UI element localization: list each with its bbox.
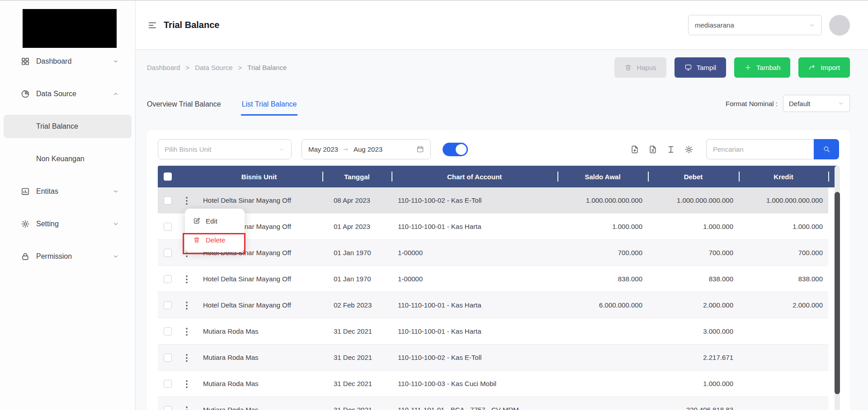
row-menu-button[interactable]: ⋮: [182, 196, 191, 205]
select-all-cell: [158, 166, 178, 187]
row-menu-button[interactable]: ⋮: [182, 275, 191, 284]
cell-saldo-awal: 1.000.000.000.000: [557, 196, 648, 204]
tampil-button-label: Tampil: [697, 64, 716, 71]
cell-debet: 2.000.000: [648, 301, 739, 309]
tampil-button[interactable]: Tampil: [675, 57, 726, 78]
search-button[interactable]: [814, 139, 839, 159]
cell-bisnis-unit: Mutiara Roda Mas: [196, 380, 322, 387]
tambah-button-label: Tambah: [756, 64, 780, 71]
row-checkbox[interactable]: [164, 301, 172, 309]
cell-kredit: 1.000.000: [739, 223, 828, 230]
sidebar-toggle-icon[interactable]: [147, 20, 157, 30]
table-settings-icon[interactable]: [684, 145, 693, 154]
table-row: ⋮Hotel Delta Sinar Mayang Off01 Apr 2023…: [158, 214, 828, 240]
cell-tanggal: 02 Feb 2023: [322, 301, 392, 309]
row-checkbox-cell: [158, 354, 178, 362]
cell-chart-of-account: 110-110-100-01 - Kas Harta: [392, 223, 557, 230]
import-icon: [808, 64, 816, 71]
sidebar-item-setting[interactable]: Setting: [4, 212, 132, 236]
sidebar-item-data-source[interactable]: Data Source: [4, 82, 132, 106]
export-pdf-icon[interactable]: [630, 145, 639, 154]
table-tools: [630, 145, 693, 154]
row-checkbox[interactable]: [164, 406, 172, 410]
context-menu-item-delete[interactable]: Delete: [185, 230, 245, 249]
avatar[interactable]: [829, 15, 850, 36]
row-menu-button[interactable]: ⋮: [182, 301, 191, 310]
table-body: ⋮Hotel Delta Sinar Mayang Off08 Apr 2023…: [158, 187, 839, 410]
row-menu-button[interactable]: ⋮: [182, 353, 191, 362]
chevron-down-icon: [113, 221, 119, 227]
header-menu-spacer: [178, 166, 196, 187]
tambah-button[interactable]: Tambah: [734, 57, 790, 78]
cell-chart-of-account: 1-00000: [392, 249, 557, 256]
table-row: ⋮Mutiara Roda Mas31 Dec 2021110-110-100-…: [158, 318, 828, 345]
cell-debet: 2.217.671: [648, 354, 739, 361]
breadcrumb-item-dashboard[interactable]: Dashboard: [147, 64, 180, 71]
company-select-value: mediasarana: [695, 21, 734, 29]
calendar-icon: [416, 145, 424, 153]
business-unit-select[interactable]: Pilih Bisnis Unit: [158, 139, 292, 159]
column-header-bisnis-unit: Bisnis Unit: [196, 166, 322, 187]
sidebar-nav: DashboardData SourceTrial BalanceNon Keu…: [0, 50, 135, 268]
sidebar-item-permission[interactable]: Permission: [4, 245, 132, 268]
date-range-picker[interactable]: May 2023 Aug 2023: [302, 139, 431, 159]
row-menu-button[interactable]: ⋮: [182, 405, 191, 410]
context-menu-edit-label: Edit: [206, 217, 217, 225]
toggle-switch[interactable]: [443, 143, 468, 156]
row-checkbox[interactable]: [164, 354, 172, 362]
table-scrollbar[interactable]: [835, 166, 840, 410]
export-excel-icon[interactable]: [648, 145, 657, 154]
row-checkbox[interactable]: [164, 249, 172, 257]
tab-list-trial-balance[interactable]: List Trial Balance: [242, 100, 297, 116]
content: Dashboard > Data Source > Trial Balance …: [136, 50, 868, 410]
text-tool-icon[interactable]: [666, 145, 675, 154]
cell-debet: 1.000.000: [648, 223, 739, 230]
row-checkbox[interactable]: [164, 275, 172, 283]
company-select[interactable]: mediasarana: [688, 15, 822, 35]
import-button[interactable]: Import: [798, 57, 850, 78]
chevron-down-icon: [809, 22, 815, 28]
row-checkbox-cell: [158, 327, 178, 335]
row-checkbox[interactable]: [164, 327, 172, 335]
row-menu-button[interactable]: ⋮: [182, 379, 191, 388]
search-input[interactable]: [706, 139, 814, 159]
topbar-right: mediasarana: [688, 15, 850, 36]
trial-balance-table: Bisnis UnitTanggalChart of AccountSaldo …: [158, 166, 839, 410]
breadcrumb-separator: >: [185, 64, 189, 71]
format-nominal-select[interactable]: Default: [783, 95, 850, 112]
cell-debet: 3.000.000: [648, 327, 739, 335]
row-menu-button[interactable]: ⋮: [182, 327, 191, 336]
cell-kredit: 1.000.000.000.000: [739, 196, 828, 204]
sidebar-item-entitas[interactable]: Entitas: [4, 180, 132, 203]
chevron-down-icon: [113, 58, 119, 65]
cell-chart-of-account: 110-110-100-01 - Kas Harta: [392, 327, 557, 335]
tab-overview-trial-balance[interactable]: Overview Trial Balance: [147, 100, 221, 116]
sidebar-subitem-non-keuangan[interactable]: Non Keuangan: [4, 147, 132, 171]
hapus-button[interactable]: Hapus: [614, 57, 666, 78]
cell-chart-of-account: 110-110-100-03 - Kas Cuci Mobil: [392, 380, 557, 387]
sidebar-item-dashboard[interactable]: Dashboard: [4, 50, 132, 73]
cell-saldo-awal: 1.000.000: [557, 223, 648, 230]
breadcrumb: Dashboard > Data Source > Trial Balance: [147, 64, 287, 71]
cell-tanggal: 01 Apr 2023: [322, 223, 392, 230]
chevron-down-icon: [278, 146, 285, 153]
chevron-down-icon: [838, 100, 844, 107]
cell-bisnis-unit: Mutiara Roda Mas: [196, 354, 322, 361]
row-checkbox[interactable]: [164, 196, 172, 205]
edit-icon: [193, 217, 200, 224]
table-row: ⋮Hotel Delta Sinar Mayang Off01 Jan 1970…: [158, 240, 828, 266]
search-icon: [823, 145, 830, 153]
breadcrumb-item-data-source[interactable]: Data Source: [195, 64, 232, 71]
trash-icon: [624, 64, 632, 71]
cell-debet: 1.000.000.000.000: [648, 196, 739, 204]
sidebar-subitem-trial-balance[interactable]: Trial Balance: [4, 115, 132, 138]
search-group: [706, 139, 839, 159]
row-checkbox[interactable]: [164, 380, 172, 388]
table-scrollbar-thumb[interactable]: [835, 192, 840, 394]
row-checkbox[interactable]: [164, 223, 172, 231]
sidebar-subitem-label: Non Keuangan: [36, 155, 85, 163]
row-checkbox-cell: [158, 249, 178, 257]
format-nominal: Format Nominal : Default: [726, 95, 850, 116]
select-all-checkbox[interactable]: [164, 172, 172, 181]
context-menu-item-edit[interactable]: Edit: [185, 211, 245, 230]
